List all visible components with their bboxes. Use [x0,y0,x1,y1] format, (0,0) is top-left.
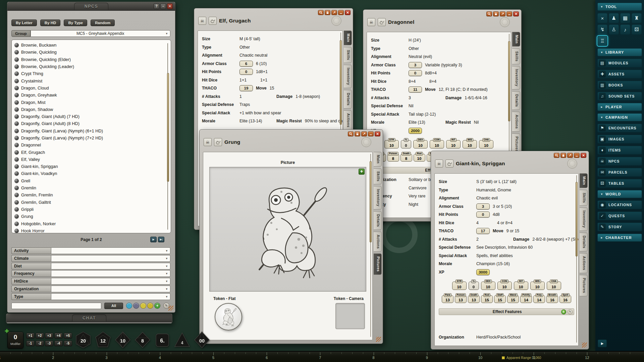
list-item[interactable]: Crypt Thing [14,70,164,77]
chat-window[interactable]: CHAT [6,313,172,323]
filter-dropdown[interactable]: ▼ [51,270,170,277]
modifier-button-plus-4[interactable]: +4 [54,333,63,339]
zoom-button[interactable] [554,153,559,158]
side-tab-details[interactable]: Details [374,211,382,230]
window-grung[interactable]: ☠GrungPicture✚Token - FlatToken - Camera… [199,129,383,344]
npc-list-scrollbar[interactable] [166,43,169,230]
side-tab-inventory[interactable]: Inventory [580,207,588,231]
filter-all-button[interactable]: All [104,303,123,309]
die-d6[interactable]: 6. [154,331,171,349]
close-button[interactable] [513,11,519,16]
score-pct[interactable]: %0 [469,282,479,290]
list-item[interactable]: Dragon, Greyhawk [14,92,164,99]
score-rod[interactable]: Rod10 [414,154,425,162]
list-item[interactable]: Giant-kin, Voadkyn [14,170,164,177]
picture-frame[interactable]: ✚ [209,167,366,292]
creature-link-icon[interactable] [378,18,386,26]
creature-link-icon[interactable] [209,17,217,25]
minimize-button[interactable] [368,131,374,136]
side-tab-inventory[interactable]: Inventory [512,66,520,89]
share-button[interactable] [331,10,337,15]
score-str[interactable]: STR10 [452,282,467,290]
minimize-button[interactable] [338,10,344,15]
side-tab-skills[interactable]: Skills [580,190,588,206]
minimize-button[interactable] [506,11,512,16]
modifier-box[interactable]: 0 Modifier [7,332,23,349]
filter-dropdown[interactable]: ▼ [51,255,170,262]
scrollbar[interactable] [576,175,578,343]
sidebar-item-story[interactable]: ✎STORY [597,223,642,231]
score-wis[interactable]: WIS10 [530,282,545,290]
score-petrify[interactable]: Petrify14 [520,295,532,303]
die-d100[interactable]: 00 [193,331,211,349]
stat-box[interactable]: 6 [239,61,253,67]
list-item[interactable]: Brownie, Quickling [14,49,164,56]
side-tab-actions[interactable]: Actions [344,110,352,130]
portrait-skull-icon[interactable]: ☠ [198,17,206,25]
list-item[interactable]: Gremlin, Fremlin [14,191,164,198]
window-giant-kin-spriggan[interactable]: ☠Giant-kin, SprigganSizeS (3' tall) or L… [431,151,589,350]
score-wand[interactable]: Wand15 [507,295,519,303]
npcs-window[interactable]: NPCS ? – ✕ By LetterBy HDBy TypeRandom G… [7,2,175,313]
side-tab-main[interactable]: Main [580,173,588,188]
filter-gold-icon[interactable] [147,303,153,309]
score-para[interactable]: Para13 [442,295,453,303]
die-d20[interactable]: 20 [74,331,92,349]
token-camera-slot[interactable] [335,303,365,329]
list-item[interactable]: Grell [14,177,164,184]
chat-titlebar[interactable]: CHAT [6,314,172,322]
modifier-button-minus-4[interactable]: -4 [54,341,63,346]
stat-box[interactable]: 3000 [476,269,490,275]
sidebar-header-tool[interactable]: ▼TOOL [597,3,642,11]
list-item[interactable]: Gremlin, Galltrit [14,199,164,206]
list-item[interactable]: Dragonnel [14,141,164,148]
creature-link-icon[interactable] [214,138,222,146]
minimize-button[interactable] [574,153,580,158]
sidebar-header-world[interactable]: ▼WORLD [597,190,642,198]
list-item[interactable]: Dragonfly, Giant (Larva) (Nymph) (6+1 HD… [14,127,164,134]
side-tab-skills[interactable]: Skills [374,168,382,184]
side-tab-main[interactable]: Main [344,31,352,45]
score-poly[interactable]: Poly14 [533,295,545,303]
side-tab-details[interactable]: Details [512,91,520,110]
side-tab-actions[interactable]: Actions [374,232,382,252]
zoom-button[interactable] [348,131,354,136]
sheet-titlebar[interactable]: ☠Elf, Grugach [198,16,341,26]
list-item[interactable]: Brownie, Quickling (Elder) [14,56,164,63]
list-item[interactable]: Dragonfly, Giant (Larva) (Nymph) (7+2 HD… [14,134,164,141]
score-breath[interactable]: Breath16 [546,295,558,303]
score-cha[interactable]: CHA10 [479,140,493,148]
die-d12[interactable]: 12 [94,331,112,349]
group-dropdown[interactable]: MC5 - Greyhawk Appendix ▼ [31,30,171,37]
score-wis[interactable]: WIS10 [463,140,477,148]
help-button[interactable]: ? [154,3,159,9]
list-item[interactable]: Brownie, Quickling (Leader) [14,63,164,70]
sidebar-header-player[interactable]: ►PLAYER [597,103,642,111]
modifier-button-plus-1[interactable]: +1 [26,333,35,339]
tab-by-letter[interactable]: By Letter [11,19,37,26]
last-page-button[interactable]: ▶| [158,237,164,242]
list-item[interactable]: Grung [14,213,164,220]
lock-button[interactable] [493,11,499,16]
score-str[interactable]: STR10 [384,140,399,148]
sheet-titlebar[interactable]: ☠Dragonnel [367,17,510,27]
side-tab-inventory[interactable]: Inventory [344,65,352,88]
modifier-button-plus-2[interactable]: +2 [36,333,44,339]
side-tab-actions[interactable]: Actions [580,253,588,273]
list-item[interactable]: Dragon, Shadow [14,106,164,113]
modifier-button-plus-5[interactable]: +5 [64,333,72,339]
score-dex[interactable]: DEX10 [413,140,428,148]
side-tab-main[interactable]: Main [512,32,520,47]
tab-by-type[interactable]: By Type [64,19,87,26]
identities-icon[interactable]: ♙ [609,24,619,35]
score-death[interactable]: Death8 [400,154,412,162]
modifier-button-minus-1[interactable]: -1 [26,341,35,346]
sidebar-item-quests[interactable]: ✓QUESTS [597,212,642,220]
list-item[interactable]: Dragonfly, Giant (Adult) (8 HD) [14,120,164,127]
minimize-button[interactable]: – [160,3,166,9]
score-int[interactable]: INT10 [514,282,528,290]
lock-button[interactable] [325,10,330,15]
side-tab-inventory[interactable]: Inventory [374,186,382,209]
lock-button[interactable] [355,131,360,136]
clear-dice-icon[interactable]: × [597,13,607,23]
